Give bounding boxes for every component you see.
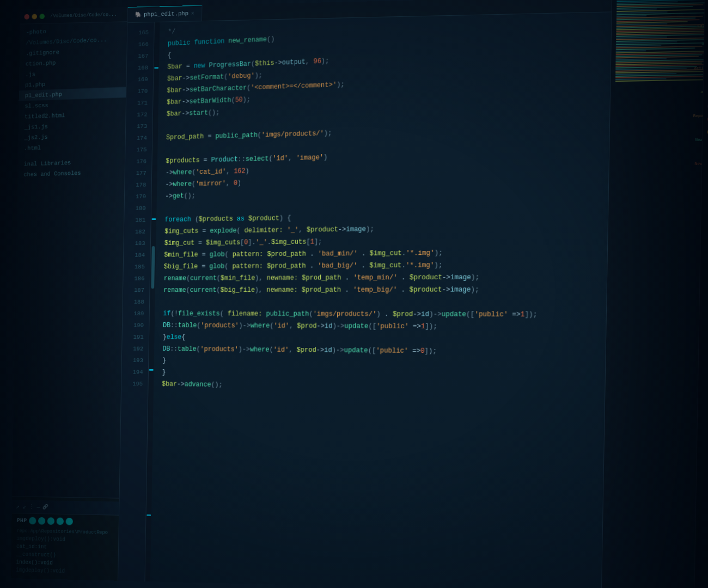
outline-panel: ↗ ↙ ⋮ — 🔗 PHP repo:App\Repositories\Prod… [11,496,120,580]
active-tab[interactable]: 🐘 php1_edit.php × [127,5,202,23]
file-path: /Volumes/Disc/Code/co... [50,12,117,19]
code-content: 165 166 167 168 169 170 171 172 173 174 … [118,12,612,588]
minimap-panel: calil a() action a() Reposi Newer Newer [601,0,708,588]
tab-close-icon[interactable]: × [191,10,194,16]
file-list: -photo /Volumes/Disc/Code/co... .gitigno… [17,22,127,181]
code-line: rename(current($big_file), newname: $pro… [163,283,612,296]
maximize-dot[interactable] [39,14,45,19]
left-panel: /Volumes/Disc/Code/co... -photo /Volumes… [11,7,128,581]
angled-view: /Volumes/Disc/Code/co... -photo /Volumes… [11,0,708,588]
code-editor-body[interactable]: */ public function new_rename() { $bar =… [150,12,612,588]
tab-label: php1_edit.php [144,10,188,18]
main-editor: 🐘 php1_edit.php × 165 166 167 168 169 17… [118,0,612,588]
code-line [163,296,612,309]
outline-item[interactable]: imgdeploy():void [11,566,119,577]
minimap: calil a() action a() Reposi Newer Newer [602,0,708,588]
close-dot[interactable] [24,14,29,19]
minimize-dot[interactable] [32,14,37,19]
screen-container: /Volumes/Disc/Code/co... -photo /Volumes… [0,0,708,588]
outline-items: repo:App\Repositories\ProductRepo imgdep… [11,526,119,577]
php-badge: PHP [17,517,27,524]
window-controls: /Volumes/Disc/Code/co... [20,7,127,24]
code-line: rename(current($min_file), newname: $pro… [163,271,611,284]
